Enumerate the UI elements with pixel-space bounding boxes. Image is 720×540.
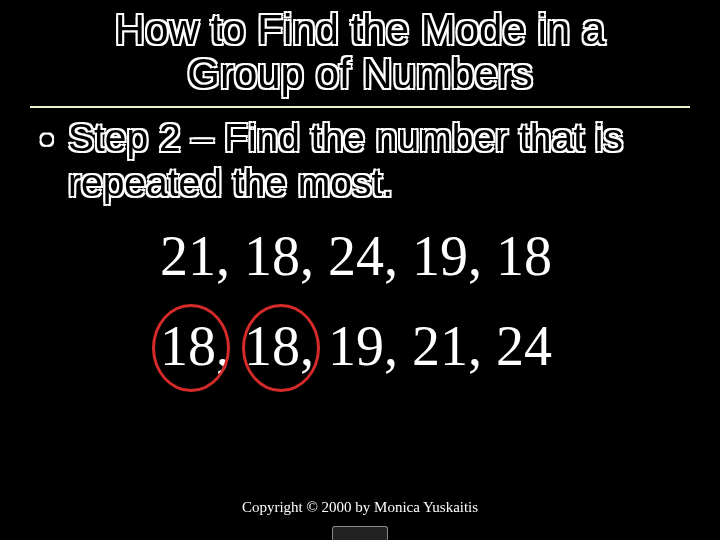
bullet-item: • Step 2 – Find the number that is repea… [40,116,680,206]
numbers-original: 21, 18, 24, 19, 18 [160,228,680,284]
bottom-tab [332,526,388,540]
slide: How to Find the Mode in a Group of Numbe… [0,0,720,540]
step-text: Step 2 – Find the number that is repeate… [68,116,680,206]
mode-circle-2 [242,304,320,392]
copyright-text: Copyright © 2000 by Monica Yuskaitis [0,499,720,516]
bullet-marker: • [40,116,68,163]
body-area: • Step 2 – Find the number that is repea… [30,116,690,374]
title-divider [30,106,690,108]
title-line-1: How to Find the Mode in a [115,6,605,53]
slide-title: How to Find the Mode in a Group of Numbe… [30,8,690,96]
title-line-2: Group of Numbers [187,50,532,97]
mode-circle-1 [152,304,230,392]
numbers-sorted: 18, 18, 19, 21, 24 [160,318,680,374]
